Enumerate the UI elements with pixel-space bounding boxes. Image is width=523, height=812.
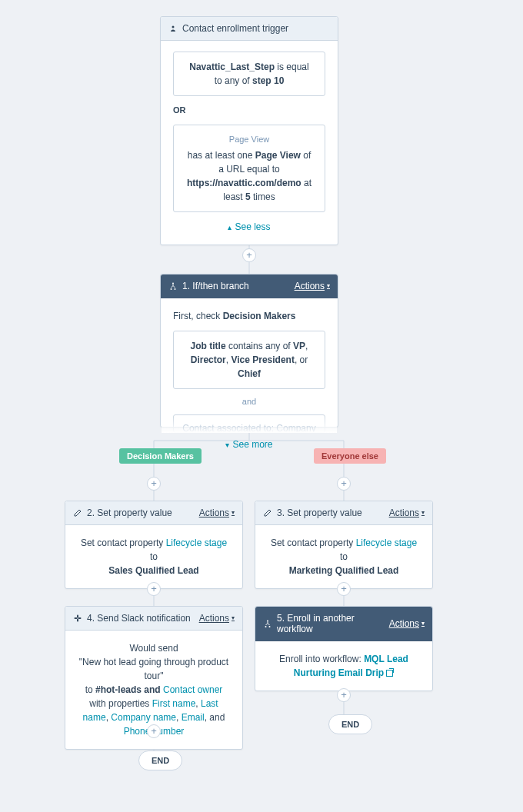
svg-point-12 — [175, 288, 176, 290]
caret-down-icon: ▾ — [421, 510, 425, 516]
lifecycle-stage-link[interactable]: Lifecycle stage — [166, 537, 227, 548]
email-link[interactable]: Email — [182, 712, 205, 723]
enroll-body: Enroll into workflow: MQL Lead Nurturing… — [255, 641, 432, 691]
branch-criteria-1[interactable]: Job title contains any of VP, Director, … — [173, 331, 325, 389]
enroll-actions-link[interactable]: Actions ▾ — [389, 618, 425, 629]
lifecycle-stage-link[interactable]: Lifecycle stage — [356, 537, 417, 548]
company-name-link[interactable]: Company name — [111, 712, 176, 723]
add-step-button[interactable]: + — [147, 582, 161, 596]
branch-criteria-2[interactable]: Contact associated to: Company — [173, 414, 325, 433]
set2-body: Set contact property Lifecycle stage to … — [65, 525, 242, 588]
enroll-card[interactable]: 5. Enroll in another workflow Actions ▾ … — [255, 606, 433, 691]
trigger-title: Contact enrollment trigger — [182, 23, 288, 34]
branch-label-everyone-else[interactable]: Everyone else — [314, 448, 386, 464]
svg-rect-13 — [75, 617, 78, 619]
end-pill-left: END — [138, 750, 182, 770]
workflow-canvas: Contact enrollment trigger Navattic_Last… — [0, 0, 523, 812]
and-label: and — [173, 395, 325, 408]
add-step-button[interactable]: + — [147, 477, 161, 491]
set-property-3-card[interactable]: 3. Set property value Actions ▾ Set cont… — [255, 501, 433, 589]
contact-icon — [168, 24, 178, 33]
svg-point-19 — [269, 626, 271, 627]
trigger-header: Contact enrollment trigger — [161, 17, 338, 41]
add-step-button[interactable]: + — [337, 477, 351, 491]
enroll-header: 5. Enroll in another workflow Actions ▾ — [255, 607, 432, 641]
caret-down-icon: ▾ — [327, 283, 330, 289]
caret-down-icon: ▾ — [421, 621, 425, 627]
trigger-criteria-1[interactable]: Navattic_Last_Step is equal to any of st… — [173, 52, 325, 96]
see-more-toggle[interactable]: See more — [225, 438, 272, 451]
set3-title: 3. Set property value — [277, 508, 362, 518]
svg-rect-16 — [77, 619, 78, 622]
caret-down-icon: ▾ — [232, 510, 235, 516]
slack-header: 4. Send Slack notification Actions ▾ — [65, 607, 242, 631]
slack-title: 4. Send Slack notification — [87, 613, 191, 624]
set-property-2-card[interactable]: 2. Set property value Actions ▾ Set cont… — [65, 501, 243, 589]
svg-point-11 — [171, 288, 172, 290]
branch-header: 1. If/then branch Actions ▾ — [161, 275, 338, 298]
add-step-button[interactable]: + — [337, 582, 351, 596]
chevron-up-icon — [228, 220, 232, 234]
contact-owner-link[interactable]: Contact owner — [163, 684, 222, 695]
set2-actions-link[interactable]: Actions ▾ — [199, 508, 235, 518]
set2-header: 2. Set property value Actions ▾ — [65, 501, 242, 525]
page-view-sub: Page View — [185, 133, 314, 146]
svg-point-10 — [172, 283, 174, 285]
branch-actions-link[interactable]: Actions ▾ — [295, 281, 330, 291]
add-step-button[interactable]: + — [337, 688, 351, 702]
set3-header: 3. Set property value Actions ▾ — [255, 501, 432, 525]
caret-down-icon: ▾ — [232, 615, 235, 621]
svg-rect-15 — [77, 615, 78, 618]
svg-point-17 — [267, 621, 268, 622]
slack-icon — [73, 614, 82, 623]
see-less-toggle[interactable]: See less — [228, 220, 270, 234]
edit-icon — [73, 508, 82, 517]
branch-label-decision-makers[interactable]: Decision Makers — [119, 448, 202, 464]
enroll-title: 5. Enroll in another workflow — [277, 613, 385, 634]
first-name-link[interactable]: First name — [152, 698, 196, 709]
branch-body: First, check Decision Makers Job title c… — [161, 298, 338, 459]
add-step-button[interactable]: + — [147, 724, 161, 738]
slack-actions-link[interactable]: Actions ▾ — [199, 613, 235, 624]
chevron-down-icon — [225, 438, 229, 451]
external-link-icon — [386, 668, 394, 676]
branch-title: 1. If/then branch — [182, 281, 249, 291]
or-label: OR — [173, 104, 325, 117]
trigger-card[interactable]: Contact enrollment trigger Navattic_Last… — [160, 16, 338, 245]
set2-title: 2. Set property value — [87, 508, 172, 518]
edit-icon — [263, 508, 272, 517]
svg-point-9 — [172, 26, 175, 28]
set3-body: Set contact property Lifecycle stage to … — [255, 525, 432, 588]
trigger-body: Navattic_Last_Step is equal to any of st… — [161, 41, 338, 245]
add-step-button[interactable]: + — [242, 248, 256, 262]
trigger-criteria-2[interactable]: Page View has at least one Page View of … — [173, 125, 325, 213]
set3-actions-link[interactable]: Actions ▾ — [389, 508, 425, 518]
end-pill-right: END — [328, 714, 372, 734]
workflow-icon — [263, 619, 272, 628]
branch-icon — [168, 281, 178, 291]
first-check-line: First, check Decision Makers — [173, 309, 325, 323]
branch-card[interactable]: 1. If/then branch Actions ▾ First, check… — [160, 274, 338, 428]
svg-rect-14 — [78, 617, 82, 619]
svg-point-18 — [265, 626, 267, 627]
